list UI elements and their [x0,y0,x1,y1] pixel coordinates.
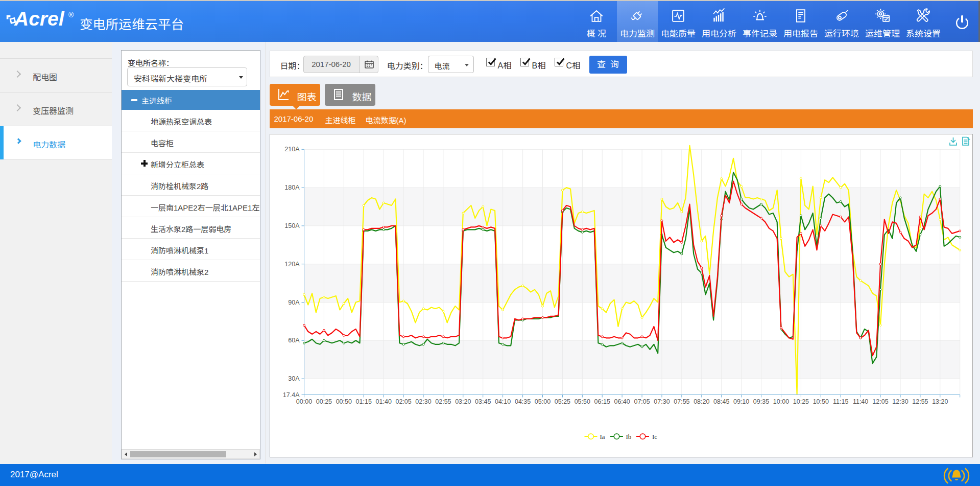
svg-text:30A: 30A [288,375,300,382]
svg-text:01:40: 01:40 [375,398,391,405]
svg-text:120A: 120A [284,261,300,268]
svg-text:06:15: 06:15 [594,398,610,405]
svg-text:04:10: 04:10 [494,398,510,405]
svg-text:Ia: Ia [600,433,605,441]
svg-text:Ib: Ib [626,433,631,441]
svg-text:04:35: 04:35 [514,398,530,405]
svg-text:Ic: Ic [652,433,657,441]
svg-text:03:20: 03:20 [455,398,471,405]
svg-text:60A: 60A [288,337,300,344]
svg-text:08:20: 08:20 [694,398,709,405]
svg-text:06:40: 06:40 [614,398,630,405]
svg-text:13:20: 13:20 [932,398,948,405]
svg-text:07:05: 07:05 [634,398,650,405]
svg-text:180A: 180A [284,184,300,191]
svg-text:09:35: 09:35 [753,398,769,405]
svg-text:11:40: 11:40 [852,398,868,405]
svg-text:11:15: 11:15 [833,398,848,405]
svg-text:210A: 210A [284,146,300,153]
svg-text:12:05: 12:05 [872,398,888,405]
svg-text:12:55: 12:55 [912,398,928,405]
svg-text:10:50: 10:50 [812,398,828,405]
svg-text:12:30: 12:30 [892,398,908,405]
svg-text:09:10: 09:10 [733,398,749,405]
svg-text:00:50: 00:50 [336,398,351,405]
svg-text:05:25: 05:25 [554,398,570,405]
svg-text:07:30: 07:30 [654,398,670,405]
svg-text:08:45: 08:45 [713,398,729,405]
svg-text:10:00: 10:00 [773,398,788,405]
svg-text:02:05: 02:05 [395,398,411,405]
svg-text:05:50: 05:50 [574,398,590,405]
svg-text:00:00: 00:00 [296,398,312,405]
svg-text:02:30: 02:30 [415,398,431,405]
svg-text:150A: 150A [284,222,300,229]
svg-text:00:25: 00:25 [316,398,331,405]
svg-text:05:00: 05:00 [534,398,550,405]
svg-text:01:15: 01:15 [355,398,371,405]
svg-text:02:55: 02:55 [435,398,451,405]
svg-text:17.4A: 17.4A [282,391,299,399]
svg-text:90A: 90A [288,299,300,306]
svg-text:07:55: 07:55 [674,398,689,405]
svg-text:10:25: 10:25 [793,398,808,405]
svg-text:03:45: 03:45 [475,398,491,405]
